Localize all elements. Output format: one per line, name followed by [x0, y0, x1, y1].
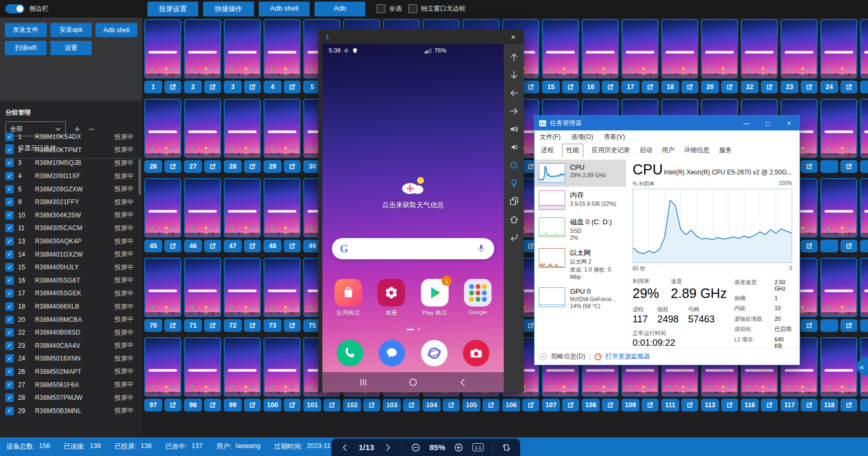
open-window-button[interactable]	[562, 81, 579, 93]
device-thumbnail[interactable]	[144, 337, 181, 397]
device-cell[interactable]	[860, 99, 868, 173]
toolbar-button[interactable]: 快捷操作	[203, 2, 254, 16]
toolbar-checkbox[interactable]: 独立窗口无边框	[408, 4, 466, 13]
home-button[interactable]	[408, 378, 418, 387]
phone-window-titlebar[interactable]: 1 ×	[318, 29, 524, 44]
device-thumbnail[interactable]	[741, 19, 778, 78]
device-cell[interactable]	[820, 99, 857, 173]
volume-down-icon[interactable]	[508, 142, 520, 153]
left-icon[interactable]	[508, 87, 520, 99]
back-icon[interactable]	[508, 232, 520, 243]
open-window-button[interactable]	[284, 160, 301, 173]
device-list-row[interactable]: ✓ 20 R38M409MCBA 投屏中	[0, 313, 142, 326]
open-window-button[interactable]	[840, 240, 857, 252]
tab-进程[interactable]: 进程	[540, 144, 555, 157]
device-cell[interactable]: 70	[144, 258, 181, 332]
toolbar-button[interactable]: Adb shell	[259, 2, 310, 16]
device-thumbnail[interactable]	[820, 19, 857, 78]
open-window-button[interactable]	[801, 319, 818, 332]
open-window-button[interactable]	[204, 240, 221, 252]
tab-详细信息[interactable]: 详细信息	[683, 144, 711, 157]
power-icon[interactable]	[508, 160, 520, 171]
perf-sidebar-item-磁盘-0-(c:-d:)[interactable]: 磁盘 0 (C: D:) SSD 2%	[534, 214, 626, 244]
open-window-button[interactable]	[164, 240, 181, 252]
device-cell[interactable]: 15	[542, 19, 579, 93]
tab-应用历史记录[interactable]: 应用历史记录	[591, 144, 631, 157]
device-cell[interactable]: 18	[661, 19, 698, 93]
device-thumbnail[interactable]	[224, 258, 261, 317]
open-window-button[interactable]	[403, 399, 420, 411]
open-window-button[interactable]	[284, 240, 301, 252]
open-window-button[interactable]	[642, 399, 659, 411]
sidebar-action-button[interactable]: 发送文件	[5, 23, 47, 37]
device-list-row[interactable]: ✓ 16 R38M405SG6T 投屏中	[0, 274, 142, 287]
task-manager-titlebar[interactable]: 任务管理器 — □ ×	[534, 116, 800, 130]
tab-启动[interactable]: 启动	[638, 144, 653, 157]
device-thumbnail[interactable]	[264, 99, 301, 158]
device-cell[interactable]: 23	[781, 19, 818, 93]
device-cell[interactable]: 2	[184, 19, 221, 93]
device-cell[interactable]: 16	[582, 19, 619, 93]
perf-sidebar-item-以太网[interactable]: 以太网 以太网 2 发送: 1.0 接收: 0 Mbp	[534, 244, 626, 284]
device-list-row[interactable]: ✓ 9 R38M3021FFY 投屏中	[0, 196, 142, 209]
device-cell[interactable]: 29	[264, 99, 301, 173]
google-search-bar[interactable]: G	[332, 238, 494, 259]
open-window-button[interactable]	[244, 399, 261, 411]
app-play-store[interactable]: 1 Play 商店	[418, 279, 452, 317]
menu-item[interactable]: 文件(F)	[540, 133, 560, 142]
device-list-row[interactable]: ✓ 1 R38M10KS4DX 投屏中	[0, 130, 142, 144]
device-list-row[interactable]: ✓ 26 R38M502MAPT 投屏中	[0, 365, 142, 379]
open-window-button[interactable]	[522, 399, 539, 411]
device-thumbnail[interactable]	[184, 19, 221, 78]
zoom-in-icon[interactable]	[454, 443, 463, 452]
app-gallery[interactable]: 相册	[374, 279, 408, 317]
device-list-row[interactable]: ✓ 23 R38M40C8A4V 投屏中	[0, 339, 142, 353]
home-icon[interactable]	[508, 214, 520, 225]
device-cell[interactable]: 97	[144, 337, 181, 411]
open-window-button[interactable]	[284, 81, 301, 93]
device-cell[interactable]: 28	[224, 99, 261, 173]
device-cell[interactable]: 118	[820, 337, 857, 411]
device-thumbnail[interactable]	[860, 19, 868, 78]
zoom-out-icon[interactable]	[411, 443, 420, 452]
device-cell[interactable]: 22	[741, 19, 778, 93]
sidebar-action-button[interactable]: 设置	[50, 41, 92, 55]
device-list-row[interactable]: ✓ 15 R38M405HJLY 投屏中	[0, 261, 142, 274]
phone-screen[interactable]: 5:38 76% 点击来获取天气信息 G	[322, 44, 504, 392]
open-window-button[interactable]	[164, 160, 181, 173]
open-window-button[interactable]	[642, 81, 659, 93]
open-window-button[interactable]	[562, 399, 579, 411]
mic-icon[interactable]	[476, 243, 486, 255]
device-thumbnail[interactable]	[860, 99, 868, 158]
open-window-button[interactable]	[761, 81, 778, 93]
open-window-button[interactable]	[602, 81, 619, 93]
device-thumbnail[interactable]	[144, 99, 181, 158]
toolbar-button[interactable]: 投屏设置	[147, 2, 198, 16]
device-cell[interactable]: 26	[144, 99, 181, 173]
device-list-row[interactable]: ✓ 22 R38M40B08SD 投屏中	[0, 326, 142, 339]
device-list-row[interactable]: ✓ 5 R38M209GZXW 投屏中	[0, 182, 142, 196]
device-thumbnail[interactable]	[820, 178, 857, 238]
device-thumbnail[interactable]	[264, 258, 301, 317]
device-cell[interactable]: 1	[144, 19, 181, 93]
menu-item[interactable]: 查看(V)	[604, 133, 625, 142]
device-cell[interactable]	[860, 258, 868, 332]
tab-性能[interactable]: 性能	[562, 144, 583, 157]
device-list-row[interactable]: ✓ 17 R38M405SGEK 投屏中	[0, 287, 142, 300]
device-cell[interactable]: 73	[264, 258, 301, 332]
open-window-button[interactable]	[801, 240, 818, 252]
phone-app-icon[interactable]	[337, 340, 363, 366]
open-window-button[interactable]	[204, 160, 221, 173]
open-window-button[interactable]	[244, 319, 261, 332]
device-thumbnail[interactable]	[860, 258, 868, 317]
device-cell[interactable]: 24	[820, 19, 857, 93]
device-list-row[interactable]: ✓ 11 R38M305CACM 投屏中	[0, 222, 142, 235]
open-window-button[interactable]	[840, 81, 857, 93]
device-cell[interactable]	[860, 178, 868, 252]
open-window-button[interactable]	[284, 319, 301, 332]
device-thumbnail[interactable]	[224, 337, 261, 397]
open-window-button[interactable]	[204, 319, 221, 332]
prev-page-button[interactable]	[340, 443, 350, 452]
sidebar-toggle[interactable]	[5, 4, 24, 13]
close-icon[interactable]: ×	[778, 116, 800, 130]
